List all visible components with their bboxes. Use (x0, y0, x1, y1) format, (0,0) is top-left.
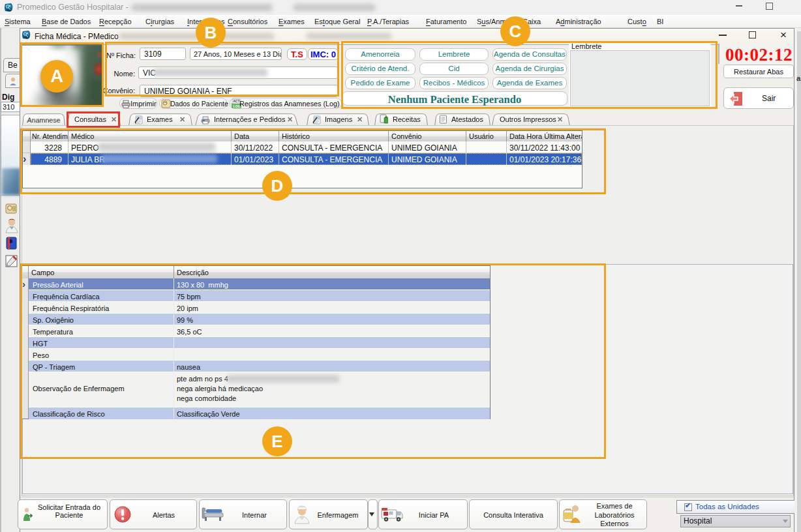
svg-text:ACT: ACT (233, 99, 239, 103)
